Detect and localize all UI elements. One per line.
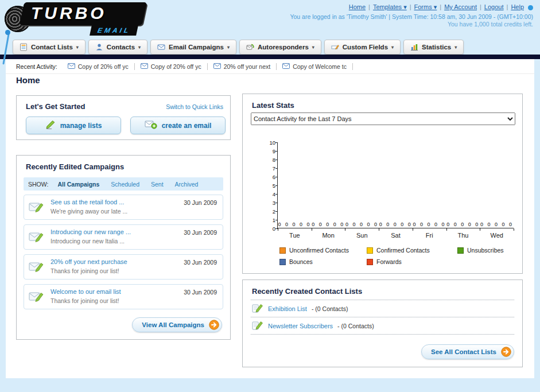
legend-swatch (279, 259, 286, 265)
contact-lists-icon (20, 43, 28, 51)
recent-activity-items: Copy of 20% off ycCopy of 20% off yc20% … (62, 62, 353, 71)
top-link-forms[interactable]: Forms ▾ (414, 3, 437, 10)
tab-autoresponders[interactable]: Autoresponders▾ (239, 40, 321, 55)
logo-email-badge: EMAIL (90, 25, 138, 36)
envelope-pencil-icon (29, 231, 45, 244)
contact-list-item[interactable]: Exhibition List- (0 Contacts) (251, 300, 514, 317)
view-all-campaigns-label: View All Campaigns (142, 321, 204, 328)
x-axis-label: Tue (278, 232, 312, 239)
legend-label: Confirmed Contacts (376, 247, 430, 254)
chart-values: 0 0 0 0 0 (345, 222, 379, 227)
chevron-down-icon: ▾ (391, 45, 394, 50)
x-axis-tick (413, 228, 413, 231)
top-link-help[interactable]: Help (511, 3, 524, 10)
campaign-filter-bar: SHOW: All CampaignsScheduledSentArchived (24, 177, 223, 191)
legend-item: Confirmed Contacts (367, 247, 457, 254)
filter-archived[interactable]: Archived (170, 181, 203, 188)
contact-list-link[interactable]: Newsletter Subscribers (268, 323, 333, 329)
tab-contact-lists[interactable]: Contact Lists▾ (13, 40, 86, 55)
x-axis-label: Thu (446, 232, 480, 239)
legend-label: Forwards (376, 258, 402, 265)
get-started-buttons: manage lists create an email (26, 117, 226, 134)
campaign-list-item[interactable]: Welcome to our email listThanks for join… (24, 284, 223, 309)
y-axis-label: 10 (261, 139, 275, 146)
campaign-text: Introducing our new range ...Introducing… (50, 228, 131, 244)
filter-scheduled[interactable]: Scheduled (106, 181, 144, 188)
x-axis-label: Mon (312, 232, 345, 239)
tab-custom-fields[interactable]: Custom Fields▾ (324, 40, 401, 55)
x-axis-tick (312, 228, 312, 231)
campaign-title-link[interactable]: 20% off your next purchase (50, 258, 127, 265)
campaign-title-link[interactable]: Introducing our new range ... (50, 228, 131, 235)
chevron-down-icon: ▾ (454, 45, 457, 50)
campaign-filters: All CampaignsScheduledSentArchived (53, 181, 203, 188)
switch-to-quick-links-link[interactable]: Switch to Quick Links (166, 103, 223, 110)
stats-range-select[interactable]: Contact Activity for the Last 7 Days (251, 112, 515, 125)
recent-activity-item[interactable]: Copy of Welcome tc (277, 63, 353, 70)
campaign-list-item[interactable]: See us at the retail food ...We're givin… (24, 195, 223, 220)
app-logo[interactable]: TURBO EMAIL (5, 2, 171, 39)
y-axis-label: 5 (261, 183, 275, 189)
recent-activity-item[interactable]: Copy of 20% off yc (135, 63, 208, 70)
top-link-logout[interactable]: Logout (484, 3, 504, 10)
link-separator: | (480, 3, 481, 10)
campaign-text: See us at the retail food ...We're givin… (50, 199, 127, 215)
envelope-icon (141, 63, 148, 70)
top-link-my-account[interactable]: My Account (444, 3, 477, 10)
see-all-contact-lists-label: See All Contact Lists (431, 348, 496, 355)
statistics-icon (410, 43, 418, 51)
top-link-home[interactable]: Home (349, 3, 366, 10)
campaign-list-item[interactable]: 20% off your next purchaseThanks for joi… (24, 254, 223, 280)
tab-label: Contacts (107, 44, 135, 51)
x-axis-tick (345, 228, 345, 231)
autoresponders-icon (246, 43, 254, 51)
campaign-title-link[interactable]: See us at the retail food ... (50, 199, 124, 205)
x-axis-label: Sat (379, 232, 413, 239)
create-email-label: create an email (162, 122, 212, 130)
tab-label: Custom Fields (343, 44, 388, 51)
campaigns-title: Recently Edited Campaigns (26, 162, 124, 171)
logo-title: TURBO (31, 3, 107, 23)
chart-legend: Unconfirmed ContactsConfirmed ContactsUn… (279, 247, 516, 265)
contact-list-link[interactable]: Exhibition List (268, 305, 307, 312)
tab-email-campaigns[interactable]: Email Campaigns▾ (150, 40, 236, 55)
manage-lists-button[interactable]: manage lists (26, 117, 121, 134)
arrow-circle-icon (209, 320, 219, 331)
create-email-button[interactable]: create an email (130, 117, 226, 134)
legend-label: Unsubscribes (467, 247, 504, 254)
campaign-date: 30 Jun 2009 (184, 229, 217, 236)
chart-values: 0 0 0 0 0 (413, 222, 446, 227)
chart-group: 0 0 0 0 0Sun (345, 142, 379, 228)
recent-activity-bar: Recent Activity: Copy of 20% off ycCopy … (6, 59, 534, 74)
x-axis-tick (379, 228, 379, 231)
contacts-icon (95, 43, 103, 51)
tab-contacts[interactable]: Contacts▾ (88, 40, 147, 55)
x-axis-label: Sun (345, 232, 379, 239)
campaign-title-link[interactable]: Welcome to our email list (50, 288, 121, 295)
legend-item: Forwards (367, 258, 457, 265)
filter-sent[interactable]: Sent (146, 181, 168, 188)
recent-activity-item[interactable]: 20% off your next (208, 63, 277, 70)
help-icon[interactable] (528, 5, 533, 10)
tab-label: Email Campaigns (169, 44, 224, 51)
activity-text: Copy of Welcome tc (293, 63, 347, 70)
legend-item: Bounces (279, 258, 367, 265)
top-link-templates[interactable]: Templates ▾ (373, 3, 407, 10)
tab-statistics[interactable]: Statistics▾ (403, 40, 464, 55)
envelope-pencil-icon (29, 290, 45, 304)
chart-group: 0 0 0 0 0Fri (413, 142, 446, 228)
contact-list-item[interactable]: Newsletter Subscribers- (0 Contacts) (251, 317, 514, 335)
view-all-campaigns-button[interactable]: View All Campaigns (132, 317, 222, 332)
chart-group: 0 0 0 0 0Wed (480, 142, 514, 228)
recent-activity-item[interactable]: Copy of 20% off yc (62, 63, 135, 70)
campaign-date: 30 Jun 2009 (184, 289, 217, 296)
activity-text: Copy of 20% off yc (78, 63, 129, 70)
legend-label: Unconfirmed Contacts (289, 247, 349, 254)
nav-divider-bar (0, 55, 540, 59)
chart-plot: 0123456789100 0 0 0 0Tue0 0 0 0 0Mon0 0 … (277, 142, 514, 228)
envelope-plus-icon (145, 120, 157, 131)
campaigns-panel: Recently Edited Campaigns SHOW: All Camp… (16, 155, 231, 340)
campaign-list-item[interactable]: Introducing our new range ...Introducing… (24, 224, 223, 250)
filter-all-campaigns[interactable]: All Campaigns (53, 181, 104, 188)
see-all-contact-lists-button[interactable]: See All Contact Lists (421, 344, 514, 359)
